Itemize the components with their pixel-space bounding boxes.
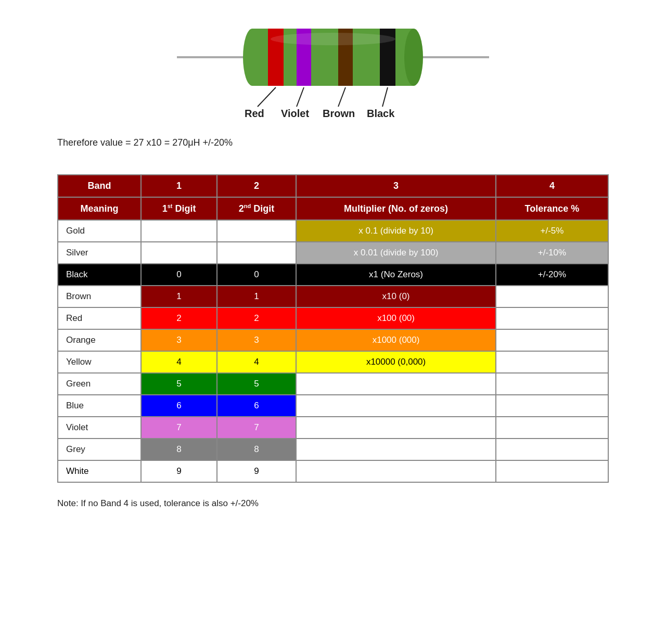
- digit1-cell: 0: [141, 264, 217, 286]
- multiplier-label: Multiplier (No. of zeros): [296, 197, 496, 220]
- tolerance-cell: [496, 351, 608, 373]
- svg-point-9: [271, 33, 395, 45]
- resistor-section: Red Violet Brown Black Therefore value =…: [57, 10, 609, 164]
- tolerance-cell: [496, 286, 608, 307]
- band-header-row: Band 1 2 3 4: [58, 175, 608, 197]
- digit1-cell: [141, 220, 217, 242]
- multiplier-cell: [296, 373, 496, 395]
- table-row: Yellow 4 4 x10000 (0,000): [58, 351, 608, 373]
- digit2-cell: 1: [217, 286, 296, 307]
- digit2-cell: [217, 220, 296, 242]
- color-name: Blue: [58, 395, 141, 417]
- table-row: Brown 1 1 x10 (0): [58, 286, 608, 307]
- digit1-cell: 5: [141, 373, 217, 395]
- tolerance-cell: [496, 460, 608, 482]
- digit1-label: 1st Digit: [141, 197, 217, 220]
- band-header: Band: [58, 175, 141, 197]
- svg-line-12: [297, 87, 304, 107]
- digit2-label: 2nd Digit: [217, 197, 296, 220]
- digit1-cell: 8: [141, 439, 217, 460]
- color-name: Gold: [58, 220, 141, 242]
- digit2-cell: 5: [217, 373, 296, 395]
- table-row: Grey 8 8: [58, 439, 608, 460]
- multiplier-cell: x100 (00): [296, 307, 496, 329]
- tolerance-cell: [496, 373, 608, 395]
- tolerance-cell: +/-5%: [496, 220, 608, 242]
- formula-text: Therefore value = 27 x10 = 270μH +/-20%: [57, 137, 233, 148]
- color-name: Red: [58, 307, 141, 329]
- color-name: Silver: [58, 242, 141, 264]
- table-row: Gold x 0.1 (divide by 10) +/-5%: [58, 220, 608, 242]
- table-row: Green 5 5: [58, 373, 608, 395]
- color-name: Brown: [58, 286, 141, 307]
- tolerance-label: Tolerance %: [496, 197, 608, 220]
- table-row: Blue 6 6: [58, 395, 608, 417]
- svg-text:Black: Black: [367, 108, 395, 119]
- tolerance-cell: [496, 439, 608, 460]
- digit2-cell: 4: [217, 351, 296, 373]
- digit2-cell: 3: [217, 329, 296, 351]
- table-row: White 9 9: [58, 460, 608, 482]
- color-name: Black: [58, 264, 141, 286]
- digit1-cell: 4: [141, 351, 217, 373]
- color-name: Orange: [58, 329, 141, 351]
- digit1-cell: 1: [141, 286, 217, 307]
- tolerance-cell: +/-20%: [496, 264, 608, 286]
- svg-text:Brown: Brown: [323, 108, 355, 119]
- svg-line-16: [382, 87, 388, 107]
- color-name: White: [58, 460, 141, 482]
- color-name: Grey: [58, 439, 141, 460]
- col3-header: 3: [296, 175, 496, 197]
- digit2-cell: 8: [217, 439, 296, 460]
- color-name: Violet: [58, 417, 141, 439]
- svg-line-10: [258, 87, 276, 107]
- digit2-cell: 2: [217, 307, 296, 329]
- digit1-cell: 7: [141, 417, 217, 439]
- note-text: Note: If no Band 4 is used, tolerance is…: [57, 498, 609, 509]
- tolerance-cell: [496, 329, 608, 351]
- digit1-cell: 3: [141, 329, 217, 351]
- svg-point-4: [404, 29, 423, 86]
- multiplier-cell: [296, 417, 496, 439]
- multiplier-cell: [296, 460, 496, 482]
- svg-text:Violet: Violet: [281, 108, 309, 119]
- table-row: Silver x 0.01 (divide by 100) +/-10%: [58, 242, 608, 264]
- meaning-header-row: Meaning 1st Digit 2nd Digit Multiplier (…: [58, 197, 608, 220]
- svg-line-14: [338, 87, 345, 107]
- multiplier-cell: x 0.1 (divide by 10): [296, 220, 496, 242]
- tolerance-cell: [496, 417, 608, 439]
- digit1-cell: 2: [141, 307, 217, 329]
- digit2-cell: 7: [217, 417, 296, 439]
- tolerance-cell: +/-10%: [496, 242, 608, 264]
- digit2-cell: 0: [217, 264, 296, 286]
- resistor-diagram: Red Violet Brown Black: [177, 10, 489, 127]
- col1-header: 1: [141, 175, 217, 197]
- digit1-cell: 9: [141, 460, 217, 482]
- table-row: Orange 3 3 x1000 (000): [58, 329, 608, 351]
- col4-header: 4: [496, 175, 608, 197]
- digit2-cell: 9: [217, 460, 296, 482]
- col2-header: 2: [217, 175, 296, 197]
- multiplier-cell: [296, 395, 496, 417]
- table-row: Violet 7 7: [58, 417, 608, 439]
- multiplier-cell: x1 (No Zeros): [296, 264, 496, 286]
- color-name: Yellow: [58, 351, 141, 373]
- table-row: Red 2 2 x100 (00): [58, 307, 608, 329]
- tolerance-cell: [496, 395, 608, 417]
- color-code-table: Band 1 2 3 4 Meaning 1st Digit 2nd Digit…: [57, 174, 609, 483]
- multiplier-cell: x10 (0): [296, 286, 496, 307]
- multiplier-cell: x1000 (000): [296, 329, 496, 351]
- color-name: Green: [58, 373, 141, 395]
- tolerance-cell: [496, 307, 608, 329]
- svg-text:Red: Red: [245, 108, 264, 119]
- digit1-cell: 6: [141, 395, 217, 417]
- multiplier-cell: x10000 (0,000): [296, 351, 496, 373]
- digit2-cell: [217, 242, 296, 264]
- meaning-label: Meaning: [58, 197, 141, 220]
- digit1-cell: [141, 242, 217, 264]
- table-row: Black 0 0 x1 (No Zeros) +/-20%: [58, 264, 608, 286]
- digit2-cell: 6: [217, 395, 296, 417]
- multiplier-cell: x 0.01 (divide by 100): [296, 242, 496, 264]
- multiplier-cell: [296, 439, 496, 460]
